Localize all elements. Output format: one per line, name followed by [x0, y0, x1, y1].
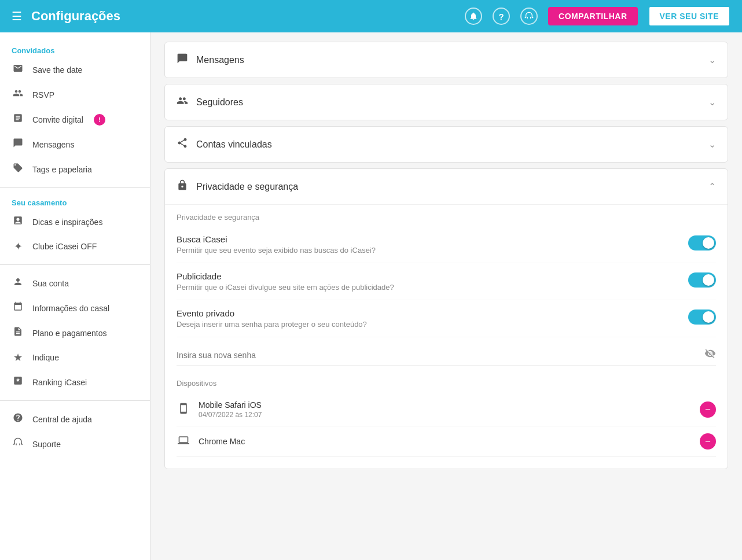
mensagens-section-header[interactable]: Mensagens ⌄	[165, 42, 728, 78]
toggle-slider	[688, 310, 716, 325]
star-icon: ★	[12, 351, 24, 364]
device-row-mobile: Mobile Safari iOS 04/07/2022 às 12:07	[177, 393, 716, 426]
devices-label: Dispositivos	[177, 369, 716, 393]
remove-chrome-button[interactable]	[700, 433, 716, 450]
sidebar-item-label: Indique	[32, 353, 59, 362]
evento-privado-toggle[interactable]	[688, 310, 716, 325]
publicidade-toggle-container	[688, 271, 716, 288]
sidebar-item-plano[interactable]: Plano e pagamentos	[0, 320, 150, 345]
sidebar-item-informacoes[interactable]: Informações do casal	[0, 296, 150, 320]
evento-privado-info: Evento privado Deseja inserir uma senha …	[177, 308, 688, 329]
busca-icasei-info: Busca iCasei Permitir que seu evento sej…	[177, 234, 688, 255]
headset-icon[interactable]	[520, 8, 538, 25]
menu-icon[interactable]: ☰	[12, 9, 22, 23]
sidebar-item-label: Clube iCasei OFF	[32, 242, 97, 251]
password-row	[177, 342, 716, 366]
evento-privado-toggle-container	[688, 308, 716, 325]
chevron-down-icon: ⌄	[708, 54, 716, 65]
desktop-icon	[177, 434, 190, 449]
mobile-device-name: Mobile Safari iOS	[199, 400, 692, 410]
sidebar-item-label: Convite digital	[32, 115, 83, 124]
toggle-slider	[688, 235, 716, 250]
mensagens-section-icon	[177, 53, 188, 67]
plano-icon	[12, 326, 24, 340]
sidebar-item-label: RSVP	[32, 90, 54, 100]
sidebar-item-ranking[interactable]: Ranking iCasei	[0, 370, 150, 395]
chevron-down-icon: ⌄	[708, 139, 716, 150]
publicidade-name: Publicidade	[177, 271, 688, 281]
app-header: ☰ Configurações ? COMPARTILHAR VER SEU S…	[0, 0, 742, 32]
publicidade-info: Publicidade Permitir que o iCasei divulg…	[177, 271, 688, 292]
mensagens-section-title: Mensagens	[196, 55, 700, 65]
dicas-icon	[12, 215, 24, 229]
sidebar-item-dicas[interactable]: Dicas e inspirações	[0, 209, 150, 234]
ranking-icon	[12, 375, 24, 389]
sidebar-item-tags[interactable]: Tags e papelaria	[0, 157, 150, 182]
mobile-icon	[177, 403, 190, 417]
help-icon[interactable]: ?	[493, 8, 510, 25]
sidebar-item-clube[interactable]: ✦ Clube iCasei OFF	[0, 234, 150, 259]
chat-icon	[12, 138, 24, 151]
convite-badge: !	[94, 114, 105, 126]
compartilhar-button[interactable]: COMPARTILHAR	[548, 7, 638, 25]
sidebar-divider-1	[0, 187, 150, 188]
mobile-device-info: Mobile Safari iOS 04/07/2022 às 12:07	[199, 400, 692, 419]
busca-icasei-toggle-container	[688, 234, 716, 250]
sidebar-item-label: Save the date	[32, 65, 82, 75]
publicidade-desc: Permitir que o iCasei divulgue seu site …	[177, 283, 688, 292]
seguidores-section-header[interactable]: Seguidores ⌄	[165, 84, 728, 120]
sidebar-item-central-ajuda[interactable]: Central de ajuda	[0, 407, 150, 432]
evento-privado-desc: Deseja inserir uma senha para proteger o…	[177, 320, 688, 329]
busca-icasei-toggle[interactable]	[688, 235, 716, 250]
seguidores-section-title: Seguidores	[196, 97, 700, 108]
eye-slash-icon[interactable]	[704, 348, 716, 362]
help-circle-icon	[12, 412, 24, 426]
sidebar-item-rsvp[interactable]: RSVP	[0, 82, 150, 107]
toggle-slider	[688, 272, 716, 288]
seguidores-section: Seguidores ⌄	[164, 84, 728, 120]
sidebar-section-casamento: Seu casamento	[0, 194, 150, 209]
chevron-down-icon: ⌄	[708, 97, 716, 108]
sidebar-item-indique[interactable]: ★ Indique	[0, 345, 150, 370]
sidebar-item-convite-digital[interactable]: Convite digital !	[0, 107, 150, 132]
sidebar-section-convidados: Convidados	[0, 42, 150, 57]
privacy-subtitle: Privacidade e segurança	[177, 205, 716, 226]
contas-vinculadas-section-header[interactable]: Contas vinculadas ⌄	[165, 127, 728, 162]
sidebar: Convidados Save the date RSVP Convite di…	[0, 32, 150, 560]
sidebar-item-save-the-date[interactable]: Save the date	[0, 57, 150, 82]
contas-vinculadas-title: Contas vinculadas	[196, 139, 700, 150]
notification-icon[interactable]	[465, 8, 482, 25]
privacy-section: Privacidade e segurança ⌃ Privacidade e …	[164, 168, 728, 469]
seguidores-section-icon	[177, 95, 188, 109]
sidebar-item-sua-conta[interactable]: Sua conta	[0, 271, 150, 296]
sidebar-divider-3	[0, 400, 150, 401]
device-row-chrome: Chrome Mac	[177, 426, 716, 457]
busca-icasei-name: Busca iCasei	[177, 234, 688, 244]
clube-icon: ✦	[12, 240, 24, 253]
share-section-icon	[177, 137, 188, 152]
account-icon	[12, 277, 24, 290]
sidebar-item-label: Suporte	[32, 440, 61, 449]
sidebar-item-label: Ranking iCasei	[32, 378, 87, 387]
app-layout: Convidados Save the date RSVP Convite di…	[0, 32, 742, 560]
evento-privado-row: Evento privado Deseja inserir uma senha …	[177, 300, 716, 337]
remove-mobile-button[interactable]	[700, 401, 716, 418]
privacy-section-title: Privacidade e segurança	[196, 182, 700, 192]
sidebar-item-label: Informações do casal	[32, 304, 109, 313]
support-icon	[12, 437, 24, 451]
mobile-device-date: 04/07/2022 às 12:07	[199, 411, 692, 419]
sidebar-item-suporte[interactable]: Suporte	[0, 432, 150, 456]
ver-seu-site-button[interactable]: VER SEU SITE	[648, 6, 730, 27]
mail-icon	[12, 63, 24, 76]
chrome-device-info: Chrome Mac	[199, 437, 692, 446]
password-input[interactable]	[177, 351, 700, 360]
sidebar-item-mensagens[interactable]: Mensagens	[0, 132, 150, 157]
mensagens-section: Mensagens ⌄	[164, 42, 728, 78]
publicidade-row: Publicidade Permitir que o iCasei divulg…	[177, 263, 716, 300]
evento-privado-name: Evento privado	[177, 308, 688, 318]
privacy-section-header[interactable]: Privacidade e segurança ⌃	[165, 169, 728, 204]
sidebar-item-label: Central de ajuda	[32, 415, 92, 424]
publicidade-toggle[interactable]	[688, 272, 716, 288]
sidebar-item-label: Mensagens	[32, 140, 74, 149]
chrome-device-name: Chrome Mac	[199, 437, 692, 446]
